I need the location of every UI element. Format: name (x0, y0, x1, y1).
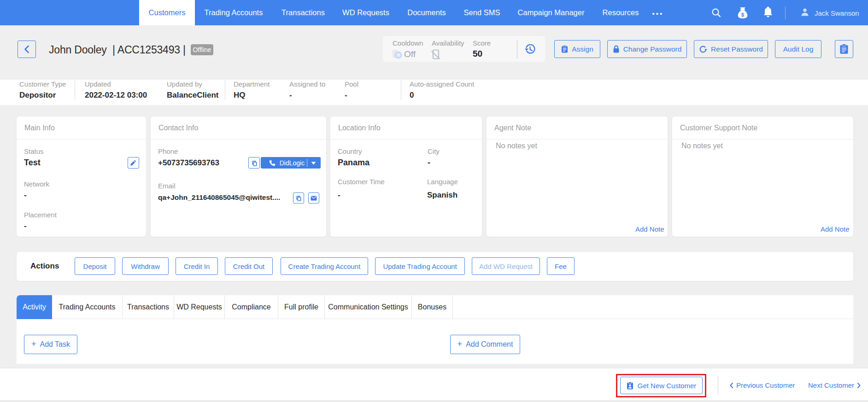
svg-text:❄: ❄ (396, 52, 400, 58)
svg-text:$: $ (741, 12, 745, 17)
